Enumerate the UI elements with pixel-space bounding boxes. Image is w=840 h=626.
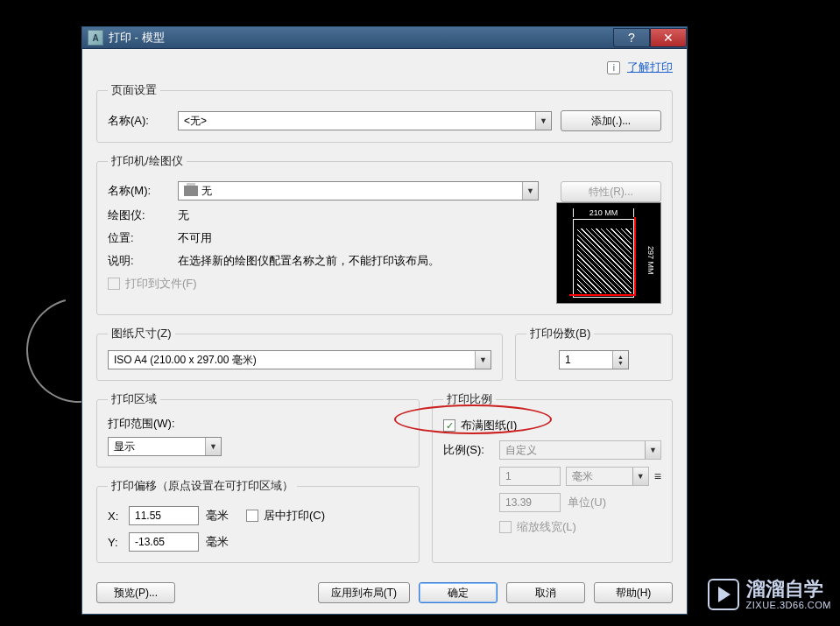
print-area-group: 打印区域 打印范围(W): 显示 ▼ (96, 391, 420, 468)
scale-label: 比例(S): (443, 442, 499, 458)
copies-spinner[interactable]: 1 ▲▼ (559, 350, 629, 369)
help-button[interactable]: ? (613, 28, 650, 47)
printer-name-combo[interactable]: 无 ▼ (178, 181, 539, 200)
offset-x-value: 11.55 (135, 510, 161, 522)
offset-y-value: -13.65 (135, 536, 165, 548)
preview-height-label: 297 MM (646, 238, 655, 282)
paper-size-value: ISO A4 (210.00 x 297.00 毫米) (114, 353, 257, 368)
copies-group: 打印份数(B) 1 ▲▼ (515, 326, 673, 381)
copies-value: 1 (565, 354, 571, 366)
scale-value: 自定义 (505, 443, 537, 458)
equals-icon: ≡ (654, 469, 661, 483)
print-offset-legend: 打印偏移（原点设置在可打印区域） (108, 478, 297, 494)
scale-numerator-input: 1 (499, 467, 561, 486)
preview-red-line-h (569, 294, 636, 296)
center-print-label: 居中打印(C) (264, 508, 325, 524)
chevron-down-icon: ▼ (535, 112, 551, 130)
scale-lineweight-checkbox (499, 521, 512, 533)
paper-preview: 210 MM 297 MM (556, 202, 661, 304)
page-setup-group: 页面设置 名称(A): <无> ▼ 添加(.)... (96, 82, 673, 143)
window-title: 打印 - 模型 (109, 30, 613, 46)
fit-to-paper-checkbox[interactable]: ✓ (443, 419, 455, 432)
ok-button[interactable]: 确定 (419, 582, 498, 603)
add-page-setup-button[interactable]: 添加(.)... (561, 110, 661, 131)
chevron-down-icon: ▼ (205, 438, 221, 455)
page-name-label: 名称(A): (108, 113, 178, 129)
page-name-value: <无> (184, 114, 207, 129)
info-icon: i (607, 61, 620, 74)
offset-y-label: Y: (108, 536, 129, 549)
paper-size-combo[interactable]: ISO A4 (210.00 x 297.00 毫米) ▼ (108, 350, 491, 369)
printer-group: 打印机/绘图仪 名称(M): 无 ▼ 绘图仪: 无 (96, 153, 673, 315)
chevron-down-icon: ▼ (475, 351, 491, 369)
print-scope-label: 打印范围(W): (108, 416, 408, 432)
location-value: 不可用 (178, 230, 539, 246)
apply-layout-button[interactable]: 应用到布局(T) (318, 582, 410, 603)
offset-x-label: X: (108, 510, 129, 523)
spinner-buttons[interactable]: ▲▼ (612, 351, 628, 369)
page-name-combo[interactable]: <无> ▼ (178, 111, 552, 130)
print-to-file-label: 打印到文件(F) (125, 276, 197, 292)
print-scale-legend: 打印比例 (443, 391, 496, 407)
chevron-down-icon: ▼ (522, 182, 538, 200)
offset-y-unit: 毫米 (206, 534, 229, 550)
printer-name-value: 无 (201, 184, 212, 199)
printer-icon (184, 186, 198, 196)
scale-unit-value: 毫米 (572, 469, 593, 484)
desc-label: 说明: (108, 253, 178, 269)
scale-denominator-input: 13.39 (499, 493, 561, 512)
preview-red-line-v (634, 217, 636, 296)
printer-legend: 打印机/绘图仪 (108, 153, 187, 169)
location-label: 位置: (108, 230, 178, 246)
print-scope-combo[interactable]: 显示 ▼ (108, 437, 222, 456)
scale-denom-unit-label: 单位(U) (568, 495, 606, 510)
desc-value: 在选择新的绘图仪配置名称之前，不能打印该布局。 (178, 253, 539, 269)
copies-legend: 打印份数(B) (526, 326, 594, 341)
watermark: 溜溜自学 ZIXUE.3D66.COM (708, 579, 831, 610)
learn-print-link[interactable]: 了解打印 (627, 60, 673, 74)
dialog-body: i 了解打印 页面设置 名称(A): <无> ▼ 添加(.)... 打印机/绘图… (82, 49, 687, 614)
watermark-sub: ZIXUE.3D66.COM (746, 600, 831, 610)
print-to-file-checkbox (108, 278, 120, 290)
print-dialog: A 打印 - 模型 ? ✕ i 了解打印 页面设置 名称(A): <无> ▼ 添… (81, 26, 688, 615)
paper-size-legend: 图纸尺寸(Z) (108, 326, 175, 341)
dialog-button-row: 预览(P)... 应用到布局(T) 确定 取消 帮助(H) (96, 573, 673, 603)
scale-unit-combo: 毫米 ▼ (566, 467, 649, 486)
print-scale-group: 打印比例 ✓ 布满图纸(I) 比例(S): 自定义 ▼ (432, 391, 673, 563)
fit-to-paper-label: 布满图纸(I) (461, 418, 517, 433)
page-setup-legend: 页面设置 (108, 82, 160, 98)
scale-numerator-value: 1 (505, 470, 512, 482)
print-offset-group: 打印偏移（原点设置在可打印区域） X: 11.55 毫米 居中打印(C) Y: (96, 478, 420, 563)
help-button[interactable]: 帮助(H) (594, 582, 673, 603)
paper-size-group: 图纸尺寸(Z) ISO A4 (210.00 x 297.00 毫米) ▼ (96, 326, 503, 381)
scale-denominator-value: 13.39 (505, 496, 532, 509)
offset-x-unit: 毫米 (206, 508, 229, 524)
play-icon (708, 579, 739, 610)
close-button[interactable]: ✕ (650, 28, 687, 47)
print-area-legend: 打印区域 (108, 391, 160, 407)
window-buttons: ? ✕ (613, 28, 687, 47)
scale-lineweight-label: 缩放线宽(L) (517, 519, 576, 535)
chevron-down-icon: ▼ (645, 441, 660, 459)
preview-paper-icon (573, 219, 634, 298)
printer-name-label: 名称(M): (108, 183, 178, 199)
center-print-checkbox[interactable] (246, 510, 258, 522)
preview-button[interactable]: 预览(P)... (96, 582, 175, 603)
cancel-button[interactable]: 取消 (506, 582, 585, 603)
learn-print-link-row: i 了解打印 (96, 60, 673, 75)
print-scope-value: 显示 (114, 440, 135, 454)
plotter-value: 无 (178, 207, 539, 223)
watermark-main: 溜溜自学 (746, 579, 831, 600)
offset-y-input[interactable]: -13.65 (129, 532, 199, 552)
plotter-label: 绘图仪: (108, 207, 178, 223)
chevron-down-icon: ▼ (632, 468, 648, 485)
offset-x-input[interactable]: 11.55 (129, 506, 199, 525)
scale-combo: 自定义 ▼ (499, 440, 661, 460)
printer-properties-button: 特性(R)... (561, 181, 661, 202)
preview-width-label: 210 MM (573, 208, 634, 217)
app-icon: A (88, 30, 103, 46)
titlebar: A 打印 - 模型 ? ✕ (82, 27, 687, 49)
